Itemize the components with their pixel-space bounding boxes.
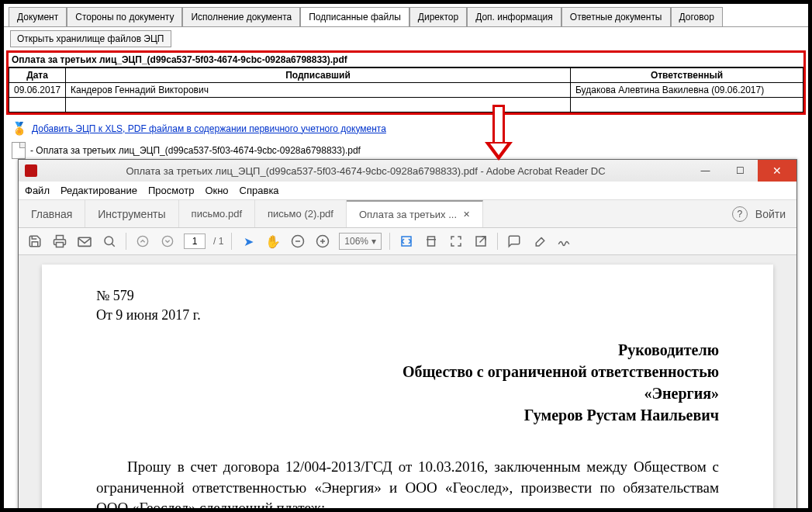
ribbon-icon: 🏅 (12, 121, 27, 136)
menu-0[interactable]: Файл (25, 185, 50, 196)
file-list-item[interactable]: - Оплата за третьих лиц_ЭЦП_(d99ca537-5f… (30, 145, 361, 156)
cell-date: 09.06.2017 (9, 83, 66, 98)
arrow-annotation (485, 105, 513, 161)
menu-2[interactable]: Просмотр (148, 185, 194, 196)
top-tab-4[interactable]: Директор (409, 7, 467, 26)
table-row-empty (9, 98, 803, 112)
fullscreen-icon[interactable] (447, 233, 465, 250)
zoom-out-icon[interactable] (289, 233, 306, 250)
top-tab-2[interactable]: Исполнение документа (182, 7, 300, 26)
menu-3[interactable]: Окно (205, 185, 228, 196)
menu-4[interactable]: Справка (240, 185, 279, 196)
save-icon[interactable] (26, 233, 43, 250)
close-button[interactable]: ✕ (758, 160, 796, 182)
top-tab-5[interactable]: Доп. информация (467, 7, 561, 26)
share-icon[interactable] (472, 233, 489, 250)
highlight-icon[interactable] (530, 233, 548, 250)
doc-addressee: Руководителю Общество с ограниченной отв… (96, 339, 719, 426)
doc-tab-1[interactable]: письмо (2).pdf (255, 200, 347, 227)
button-row: Открыть хранилище файлов ЭЦП (4, 27, 808, 50)
page-up-icon[interactable] (134, 233, 151, 250)
doc-date: От 9 июня 2017 г. (96, 307, 719, 323)
adobe-title-text: Оплата за третьих лиц_ЭЦП_(d99ca537-5f03… (43, 165, 688, 177)
doc-number: № 579 (96, 288, 719, 304)
adobe-titlebar: Оплата за третьих лиц_ЭЦП_(d99ca537-5f03… (19, 160, 796, 182)
maximize-button[interactable]: ☐ (723, 160, 758, 182)
col-signer-header: Подписавший (66, 68, 571, 83)
svg-point-2 (105, 237, 113, 245)
file-icon (12, 142, 26, 159)
table-row[interactable]: 09.06.2017 Кандеров Геннадий Викторович … (9, 83, 803, 98)
login-link[interactable]: Войти (755, 208, 786, 220)
adobe-tabs-row: Главная Инструменты письмо.pdfписьмо (2)… (19, 200, 796, 228)
top-tab-0[interactable]: Документ (9, 7, 67, 26)
tab-home[interactable]: Главная (19, 200, 85, 227)
link-section: 🏅 Добавить ЭЦП к XLS, PDF файлам в содер… (4, 115, 808, 165)
adobe-window: Оплата за третьих лиц_ЭЦП_(d99ca537-5f03… (18, 159, 797, 512)
highlight-box: Оплата за третьих лиц_ЭЦП_(d99ca537-5f03… (6, 50, 806, 115)
mail-icon[interactable] (76, 233, 93, 250)
open-storage-button[interactable]: Открыть хранилище файлов ЭЦП (10, 30, 171, 47)
doc-tab-0[interactable]: письмо.pdf (179, 200, 255, 227)
svg-rect-1 (78, 237, 91, 246)
page-total: / 1 (213, 236, 223, 247)
top-tab-3[interactable]: Подписанные файлы (300, 7, 409, 26)
cell-responsible: Будакова Алевтина Вакилевна (09.06.2017) (571, 83, 803, 98)
minimize-button[interactable]: — (688, 160, 723, 182)
svg-line-3 (112, 244, 115, 247)
adobe-content: № 579 От 9 июня 2017 г. Руководителю Общ… (19, 255, 796, 512)
page-number-input[interactable] (184, 234, 206, 249)
svg-point-4 (137, 236, 147, 246)
sign-icon[interactable] (555, 233, 572, 250)
svg-rect-11 (402, 237, 411, 246)
doc-tab-2[interactable]: Оплата за третьих ...✕ (347, 200, 483, 227)
top-tab-7[interactable]: Договор (671, 7, 723, 26)
top-tab-6[interactable]: Ответные документы (561, 7, 671, 26)
top-tab-1[interactable]: Стороны по документу (67, 7, 182, 26)
search-icon[interactable] (101, 233, 118, 250)
menu-1[interactable]: Редактирование (60, 185, 137, 196)
adobe-toolbar: / 1 ➤ ✋ 106%▾ (19, 228, 796, 255)
signature-table: Дата Подписавший Ответственный 09.06.201… (9, 67, 803, 112)
print-icon[interactable] (51, 233, 68, 250)
svg-point-5 (162, 236, 172, 246)
document-page: № 579 От 9 июня 2017 г. Руководителю Общ… (42, 265, 773, 510)
help-icon[interactable]: ? (732, 206, 748, 222)
col-date-header: Дата (9, 68, 66, 83)
zoom-in-icon[interactable] (314, 233, 331, 250)
close-tab-icon[interactable]: ✕ (463, 209, 470, 220)
svg-rect-0 (57, 243, 64, 247)
pdf-icon (25, 164, 37, 177)
filename-bar: Оплата за третьих лиц_ЭЦП_(d99ca537-5f03… (9, 53, 803, 67)
svg-rect-12 (428, 237, 435, 246)
adobe-menu: ФайлРедактированиеПросмотрОкноСправка (19, 182, 796, 200)
fit-width-icon[interactable] (398, 233, 415, 250)
doc-body: Прошу в счет договора 12/004-2013/ГСД от… (96, 457, 719, 512)
pointer-icon[interactable]: ➤ (240, 233, 257, 250)
comment-icon[interactable] (506, 233, 523, 250)
zoom-dropdown[interactable]: 106%▾ (339, 233, 382, 250)
col-responsible-header: Ответственный (571, 68, 803, 83)
cell-signer: Кандеров Геннадий Викторович (66, 83, 571, 98)
top-tabs: ДокументСтороны по документуИсполнение д… (4, 4, 808, 27)
hand-icon[interactable]: ✋ (264, 233, 282, 250)
page-down-icon[interactable] (159, 233, 176, 250)
tab-tools[interactable]: Инструменты (85, 200, 178, 227)
add-signature-link[interactable]: Добавить ЭЦП к XLS, PDF файлам в содержа… (32, 123, 386, 134)
fit-page-icon[interactable] (423, 233, 440, 250)
